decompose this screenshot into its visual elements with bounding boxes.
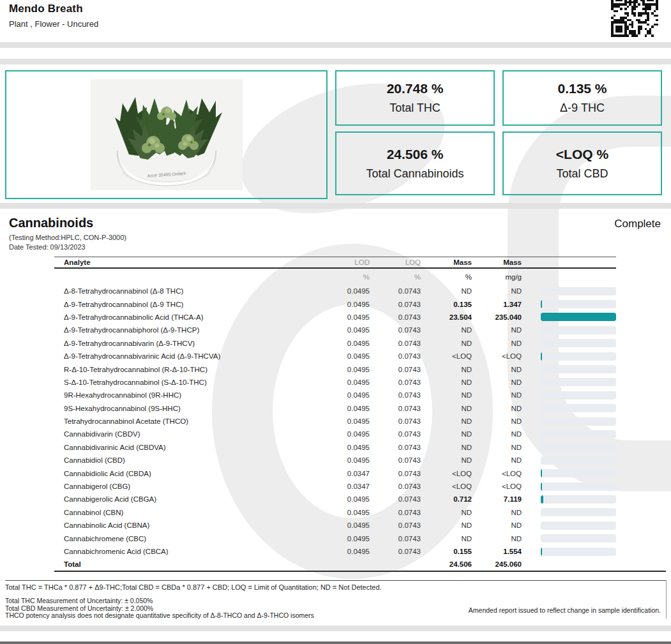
analyte-name: Cannabinol (CBN)	[54, 509, 315, 516]
table-row: Cannabidiol (CBD)0.04950.0743NDND	[54, 454, 616, 467]
stat-value: 20.748 %	[387, 81, 444, 96]
unit-lod: %	[315, 273, 370, 281]
mass-pct-value: ND	[421, 509, 472, 516]
lod-value: 0.0495	[315, 313, 370, 321]
col-mass-mgg: Mass	[472, 258, 522, 266]
mass-bar	[522, 287, 616, 296]
stat-value: 24.506 %	[387, 147, 444, 162]
table-row: R-Δ-10-Tetrahydrocannabinol (R-Δ-10-THC)…	[54, 363, 616, 375]
analyte-name: Cannabinolic Acid (CBNA)	[54, 521, 315, 529]
analyte-name: Cannabidiolic Acid (CBDA)	[54, 470, 315, 477]
table-row: Cannabigerol (CBG)0.03470.0743<LOQ<LOQ	[54, 480, 616, 493]
mass-bar	[522, 339, 616, 347]
loq-value: 0.0743	[370, 456, 421, 464]
analyte-name: Δ-9-Tetrahydrocannabivarinic Acid (Δ-9-T…	[54, 352, 315, 360]
lod-value: 0.0495	[315, 352, 370, 360]
mass-mgg-value: ND	[472, 430, 522, 438]
section-title: Cannabinoids	[9, 216, 93, 230]
mass-mgg-value: ND	[472, 391, 522, 399]
table-bottom-rule	[54, 571, 666, 572]
testing-method: (Testing Method:HPLC, CON-P-3000)	[0, 230, 671, 241]
mass-mgg-value: ND	[472, 378, 522, 386]
lod-value: 0.0495	[315, 340, 370, 347]
product-title: Mendo Breath	[9, 3, 662, 15]
table-row: Cannabichromene (CBC)0.04950.0743NDND	[54, 532, 616, 544]
mass-pct-value: ND	[421, 444, 472, 451]
table-row: Cannabidivarinic Acid (CBDVA)0.04950.074…	[54, 441, 616, 454]
mass-bar	[522, 443, 616, 451]
table-row: Δ-8-Tetrahydrocannabinol (Δ-8 THC)0.0495…	[54, 285, 616, 297]
mass-bar	[522, 534, 616, 543]
lod-value: 0.0495	[315, 391, 370, 399]
mass-pct-value: ND	[421, 326, 472, 334]
amended-note: Amended report issued to reflect change …	[469, 606, 661, 614]
lod-value: 0.0495	[315, 535, 370, 543]
lod-value: 0.0495	[315, 430, 370, 438]
stat-label: Total Cannabinoids	[366, 167, 464, 181]
date-tested: Date Tested: 09/13/2023	[0, 241, 671, 251]
col-mass-pct: Mass	[421, 258, 472, 266]
table-row: Cannabichromenic Acid (CBCA)0.04950.0743…	[54, 545, 616, 558]
qr-code-matrix	[611, 0, 658, 37]
product-photo: Acc# 35495 Order#	[91, 79, 243, 190]
lod-value: 0.0495	[315, 521, 370, 529]
mass-pct-value: ND	[421, 287, 472, 295]
analyte-name: 9R-Hexahydrocannabinol (9R-HHC)	[54, 391, 315, 399]
analyte-name: Cannabichromene (CBC)	[54, 535, 315, 543]
mass-pct-value: ND	[421, 391, 472, 399]
table-rows: Δ-8-Tetrahydrocannabinol (Δ-8 THC)0.0495…	[54, 285, 616, 558]
unit-mass-mgg: mg/g	[472, 273, 522, 281]
summary-stats: 20.748 % Total THC 0.135 % Δ-9 THC 24.50…	[335, 70, 662, 199]
loq-value: 0.0743	[370, 535, 421, 543]
mass-mgg-value: <LOQ	[472, 470, 522, 477]
analyte-name: Cannabichromenic Acid (CBCA)	[54, 548, 315, 555]
section-status: Complete	[614, 218, 661, 230]
footnotes: Total THC = THCa * 0.877 + Δ9-THC;Total …	[0, 580, 671, 620]
mass-pct-value: ND	[421, 535, 472, 543]
table-row: Δ-9-Tetrahydrocannabivarinic Acid (Δ-9-T…	[54, 350, 616, 363]
stat-label: Total THC	[389, 101, 441, 115]
analyte-name: Cannabigerol (CBG)	[54, 483, 315, 490]
analyte-name: Δ-9-Tetrahydrocannabiphorol (Δ-9-THCP)	[54, 326, 315, 334]
unit-loq: %	[370, 273, 421, 281]
page-bottom-rule	[0, 641, 671, 644]
loq-value: 0.0743	[370, 483, 421, 490]
table-row: Tetrahydrocannabinol Acetate (THCO)0.049…	[54, 415, 616, 428]
mass-pct-value: 0.712	[421, 495, 472, 503]
mass-bar	[522, 417, 616, 426]
cannabinoids-section: Cannabinoids Complete (Testing Method:HP…	[0, 209, 671, 572]
qr-code	[611, 0, 658, 37]
lod-value: 0.0495	[315, 456, 370, 464]
table-row: Cannabinol (CBN)0.04950.0743NDND	[54, 506, 616, 519]
mass-pct-value: <LOQ	[421, 470, 472, 477]
mass-pct-value: ND	[421, 521, 472, 529]
stat-value: <LOQ %	[556, 147, 608, 162]
analyte-name: Cannabidiol (CBD)	[54, 456, 315, 464]
mass-pct-value: ND	[421, 340, 472, 347]
stat-label: Δ-9 THC	[560, 101, 605, 115]
table-row: Cannabidivarin (CBDV)0.04950.0743NDND	[54, 428, 616, 440]
mass-pct-value: 0.155	[421, 548, 472, 555]
mass-bar	[522, 378, 616, 386]
mass-pct-value: ND	[421, 405, 472, 412]
stat-total-cbd: <LOQ % Total CBD	[502, 131, 662, 195]
loq-value: 0.0743	[370, 509, 421, 516]
mass-mgg-value: ND	[472, 444, 522, 451]
product-subtitle: Plant , Flower - Uncured	[9, 19, 662, 29]
mass-pct-value: ND	[421, 430, 472, 438]
table-row: Cannabidiolic Acid (CBDA)0.03470.0743<LO…	[54, 467, 616, 479]
table-row: S-Δ-10-Tetrahydrocannabinol (S-Δ-10-THC)…	[54, 376, 616, 389]
loq-value: 0.0743	[370, 521, 421, 529]
loq-value: 0.0743	[370, 326, 421, 334]
mass-bar	[522, 404, 616, 412]
col-analyte: Analyte	[54, 258, 315, 266]
loq-value: 0.0743	[370, 366, 421, 373]
divider-gap	[0, 48, 671, 59]
lod-value: 0.0495	[315, 444, 370, 451]
mass-bar	[522, 508, 616, 516]
footnote-right-rule	[666, 580, 667, 618]
analyte-name: Cannabigerolic Acid (CBGA)	[54, 495, 315, 503]
loq-value: 0.0743	[370, 391, 421, 399]
mass-pct-value: <LOQ	[421, 483, 472, 490]
lod-value: 0.0495	[315, 405, 370, 412]
